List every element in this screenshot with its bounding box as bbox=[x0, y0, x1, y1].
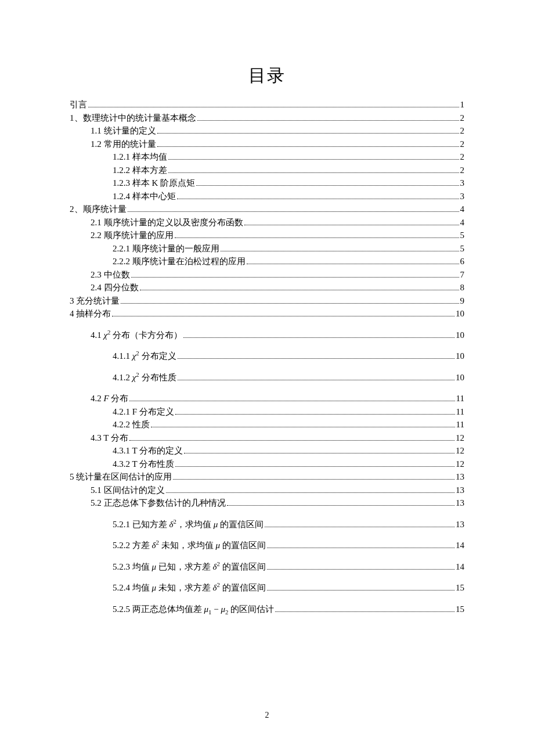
toc-leader-dots bbox=[177, 199, 459, 199]
toc-entry: 5.2 正态总体下参数估计的几种情况13 bbox=[70, 496, 464, 510]
toc-entry: 2.3 中位数7 bbox=[70, 268, 464, 282]
toc-entry: 1.2 常用的统计量2 bbox=[70, 138, 464, 151]
toc-entry: 4.2.1 F 分布定义 11 bbox=[70, 405, 464, 419]
toc-entry-label: 5.2.5 两正态总体均值差 μ1 − μ2 的区间估计 bbox=[113, 603, 274, 616]
toc-entry-label: 2.3 中位数 bbox=[91, 268, 130, 282]
toc-leader-dots bbox=[267, 590, 454, 591]
toc-leader-dots bbox=[196, 185, 459, 186]
toc-entry: 4 抽样分布10 bbox=[70, 307, 464, 321]
toc-entry: 2.2.2 顺序统计量在泊松过程的应用6 bbox=[70, 255, 464, 268]
toc-entry: 4.3.2 T 分布性质 12 bbox=[70, 458, 464, 471]
toc-entry-page: 11 bbox=[456, 392, 464, 405]
toc-leader-dots bbox=[88, 107, 459, 107]
toc-entry: 5 统计量在区间估计的应用13 bbox=[70, 470, 464, 484]
toc-leader-dots bbox=[197, 120, 459, 121]
toc-entry-label: 4.1.2 χ2 分布性质 bbox=[113, 371, 176, 384]
toc-entry-page: 10 bbox=[456, 371, 464, 384]
toc-entry-label: 1.2.3 样本 K 阶原点矩 bbox=[113, 177, 195, 190]
toc-entry-page: 3 bbox=[460, 177, 465, 190]
toc-leader-dots bbox=[265, 527, 454, 527]
document-page: 目录 引言11、数理统计中的统计量基本概念21.1 统计量的定义21.2 常用的… bbox=[0, 0, 534, 756]
toc-entry-label: 2.4 四分位数 bbox=[91, 281, 139, 294]
toc-leader-dots bbox=[140, 290, 459, 290]
toc-leader-dots bbox=[183, 337, 454, 338]
toc-leader-dots bbox=[275, 611, 454, 612]
toc-leader-dots bbox=[121, 303, 459, 304]
toc-leader-dots bbox=[184, 453, 454, 453]
toc-entry-label: 1、数理统计中的统计量基本概念 bbox=[70, 111, 196, 125]
toc-entry-page: 14 bbox=[456, 539, 464, 552]
toc-leader-dots bbox=[129, 440, 454, 441]
toc-entry-page: 3 bbox=[460, 190, 465, 203]
toc-entry: 5.1 区间估计的定义13 bbox=[70, 484, 464, 497]
toc-entry-label: 4.3.2 T 分布性质 bbox=[113, 458, 174, 471]
toc-entry-page: 12 bbox=[456, 444, 464, 458]
toc-entry-page: 10 bbox=[456, 350, 464, 363]
toc-entry: 1、数理统计中的统计量基本概念2 bbox=[70, 111, 464, 125]
toc-entry-label: 2、顺序统计量 bbox=[70, 203, 127, 216]
toc-leader-dots bbox=[178, 380, 454, 380]
toc-leader-dots bbox=[247, 264, 459, 264]
toc-entry-label: 1.2 常用的统计量 bbox=[91, 138, 156, 151]
toc-leader-dots bbox=[244, 225, 459, 225]
toc-entry-label: 4.3 T 分布 bbox=[91, 431, 128, 445]
toc-entry-label: 5.2.3 均值 μ 已知，求方差 δ2 的置信区间 bbox=[113, 560, 266, 574]
toc-leader-dots bbox=[168, 159, 459, 160]
toc-entry: 1.1 统计量的定义2 bbox=[70, 124, 464, 138]
toc-leader-dots bbox=[175, 466, 454, 467]
toc-leader-dots bbox=[112, 316, 454, 316]
toc-leader-dots bbox=[178, 358, 454, 359]
toc-entry-label: 5 统计量在区间估计的应用 bbox=[70, 470, 172, 484]
toc-entry-label: 4.3.1 T 分布的定义 bbox=[113, 444, 183, 458]
toc-leader-dots bbox=[173, 479, 454, 480]
toc-entry-label: 4.2 F 分布 bbox=[91, 392, 128, 405]
toc-leader-dots bbox=[131, 277, 459, 278]
toc-entry-label: 1.2.2 样本方差 bbox=[113, 164, 167, 177]
toc-entry: 5.2.2 方差 δ2 未知，求均值 μ 的置信区间 14 bbox=[70, 539, 464, 552]
toc-entry-page: 10 bbox=[456, 329, 464, 342]
toc-entry-label: 2.2 顺序统计量的应用 bbox=[91, 229, 174, 242]
toc-entry-page: 6 bbox=[460, 255, 465, 268]
toc-leader-dots bbox=[267, 548, 454, 548]
toc-entry: 4.2 F 分布 11 bbox=[70, 392, 464, 405]
toc-entry: 4.1 χ2 分布（卡方分布）10 bbox=[70, 329, 464, 342]
toc-entry-page: 10 bbox=[456, 307, 464, 321]
toc-entry-page: 15 bbox=[456, 581, 464, 595]
toc-entry-page: 4 bbox=[460, 216, 465, 229]
toc-leader-dots bbox=[175, 414, 455, 415]
toc-entry: 引言1 bbox=[70, 98, 464, 111]
toc-entry-label: 4.2.2 性质 bbox=[113, 418, 150, 431]
toc-entry: 2.1 顺序统计量的定义以及密度分布函数4 bbox=[70, 216, 464, 229]
toc-entry-label: 5.2.4 均值 μ 未知，求方差 δ2 的置信区间 bbox=[113, 581, 266, 595]
toc-entry: 1.2.4 样本中心矩3 bbox=[70, 190, 464, 203]
toc-entry-page: 13 bbox=[456, 496, 464, 510]
toc-entry-page: 11 bbox=[456, 418, 464, 431]
toc-entry-label: 引言 bbox=[70, 98, 87, 111]
toc-entry: 5.2.1 已知方差 δ2，求均值 μ 的置信区间 13 bbox=[70, 518, 464, 531]
toc-entry-page: 1 bbox=[460, 98, 465, 111]
toc-leader-dots bbox=[157, 133, 459, 134]
toc-entry-label: 2.2.2 顺序统计量在泊松过程的应用 bbox=[113, 255, 246, 268]
toc-entry: 1.2.3 样本 K 阶原点矩3 bbox=[70, 177, 464, 190]
toc-leader-dots bbox=[129, 401, 454, 401]
page-title: 目录 bbox=[70, 64, 464, 88]
toc-leader-dots bbox=[128, 211, 459, 212]
toc-entry-label: 4 抽样分布 bbox=[70, 307, 111, 321]
toc-entry: 2.2.1 顺序统计量的一般应用5 bbox=[70, 242, 464, 255]
toc-leader-dots bbox=[166, 492, 455, 493]
toc-entry-label: 5.2.1 已知方差 δ2，求均值 μ 的置信区间 bbox=[113, 518, 264, 531]
toc-entry: 4.3.1 T 分布的定义 12 bbox=[70, 444, 464, 458]
toc-entry-page: 13 bbox=[456, 484, 464, 497]
toc-entry-page: 11 bbox=[456, 405, 464, 419]
toc-entry-label: 5.2 正态总体下参数估计的几种情况 bbox=[91, 496, 226, 510]
toc-entry: 4.2.2 性质11 bbox=[70, 418, 464, 431]
toc-entry-page: 2 bbox=[460, 124, 465, 138]
toc-entry: 5.2.4 均值 μ 未知，求方差 δ2 的置信区间 15 bbox=[70, 581, 464, 595]
toc-entry-page: 12 bbox=[456, 458, 464, 471]
toc-entry-page: 13 bbox=[456, 470, 464, 484]
toc-entry: 1.2.1 样本均值2 bbox=[70, 150, 464, 164]
toc-entry-label: 5.1 区间估计的定义 bbox=[91, 484, 165, 497]
toc-entry-page: 15 bbox=[456, 603, 464, 616]
toc-entry-label: 1.2.1 样本均值 bbox=[113, 150, 167, 164]
toc-entry-label: 1.1 统计量的定义 bbox=[91, 124, 156, 138]
